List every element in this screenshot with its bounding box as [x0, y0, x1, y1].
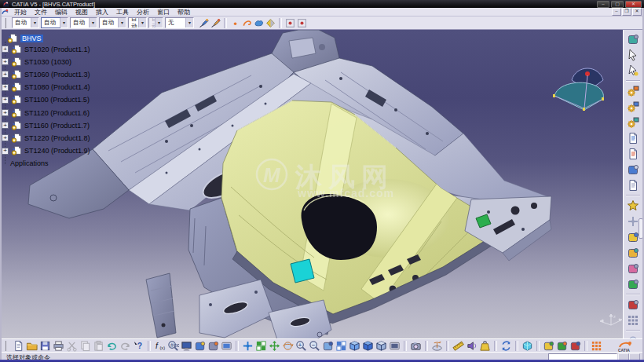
tree-item-st1080[interactable]: ST1080 (Product1.4) — [2, 82, 90, 93]
existing-component-icon[interactable] — [627, 131, 639, 145]
coincidence-constraint-icon[interactable] — [627, 214, 639, 229]
surface-icon[interactable] — [253, 17, 265, 29]
tree-item-label[interactable]: ST1100 (Product1.5) — [24, 96, 90, 104]
paint-blue-icon[interactable] — [198, 17, 210, 29]
split-view-icon[interactable] — [220, 339, 233, 353]
print-icon[interactable] — [52, 339, 65, 353]
tree-item-st1240[interactable]: ST1240 (Product1.9) — [2, 145, 90, 157]
expand-plus-icon[interactable] — [2, 58, 9, 65]
tree-item-label[interactable]: ST1120 (Product1.6) — [24, 109, 90, 117]
sectioning-icon[interactable] — [627, 313, 639, 327]
cut-icon[interactable] — [65, 339, 79, 353]
expand-plus-icon[interactable] — [2, 148, 9, 155]
mdi-minimize-button[interactable]: – — [612, 8, 621, 16]
turntable-icon[interactable] — [430, 339, 444, 353]
open-icon[interactable] — [25, 339, 38, 353]
combo-auto-1[interactable]: 自动 — [12, 17, 39, 28]
work-on-support-icon[interactable] — [590, 339, 603, 353]
toolbar-grip[interactable] — [5, 18, 9, 28]
shading-icon[interactable] — [361, 339, 375, 353]
explode-icon[interactable] — [627, 277, 639, 291]
tree-item-st1060[interactable]: ST1060 (Product1.3) — [2, 68, 90, 80]
measure-between-icon[interactable] — [452, 339, 465, 353]
selection-sets-icon[interactable] — [627, 64, 639, 78]
design-table-icon[interactable] — [180, 339, 193, 353]
new-document-icon[interactable] — [12, 339, 25, 353]
save-icon[interactable] — [38, 339, 52, 353]
title-bar[interactable]: CATIA V5 - [BHVS.CATProduct] – ▢ ✕ — [0, 0, 644, 8]
menu-analyze[interactable]: 分析 — [133, 8, 153, 16]
maximize-button[interactable]: ▢ — [611, 1, 624, 8]
measure-inertia-icon[interactable] — [478, 339, 492, 353]
knowledge-inspector-icon[interactable] — [521, 339, 534, 353]
fit-all-in-icon[interactable] — [254, 339, 268, 353]
tree-item-label[interactable]: ST1060 (Product1.3) — [24, 71, 90, 79]
pan-icon[interactable] — [268, 339, 281, 353]
smart-move-icon[interactable] — [627, 261, 639, 276]
hidden-edges-icon[interactable] — [375, 339, 388, 353]
tree-item-st1120[interactable]: ST1120 (Product1.6) — [2, 107, 90, 119]
tree-item-label[interactable]: ST1020 (Product1.1) — [24, 46, 90, 53]
tree-item-st1030[interactable]: ST1030 (1030) — [2, 56, 71, 68]
expand-plus-icon[interactable] — [2, 46, 9, 53]
render-material-icon[interactable] — [627, 32, 639, 46]
fast-multi-instantiation-icon[interactable] — [627, 178, 639, 192]
specification-tree[interactable]: BHVSST1020 (Product1.1)ST1030 (1030)ST10… — [0, 30, 149, 210]
camera-icon[interactable] — [409, 339, 423, 353]
new-product-icon[interactable] — [627, 100, 639, 114]
measure-item-icon[interactable] — [465, 339, 478, 353]
chevron-down-icon[interactable] — [60, 18, 68, 27]
formula-icon[interactable]: f(x) — [153, 339, 166, 353]
chevron-down-icon[interactable] — [155, 18, 163, 27]
tree-item-st1220[interactable]: ST1220 (Product1.8) — [2, 132, 90, 144]
curve-icon[interactable] — [241, 17, 253, 29]
expand-plus-icon[interactable] — [2, 134, 9, 141]
menu-view[interactable]: 视图 — [71, 8, 92, 16]
help-icon[interactable]: ? — [132, 339, 145, 353]
redo-icon[interactable] — [119, 339, 132, 353]
combo-auto-6[interactable]: 自动 — [148, 17, 163, 28]
paint-orange-icon[interactable] — [210, 17, 221, 29]
combo-auto-5[interactable]: 自动 — [128, 17, 147, 28]
expand-plus-icon[interactable] — [2, 122, 9, 129]
undo-icon[interactable] — [105, 339, 119, 353]
new-part-icon[interactable] — [627, 115, 639, 130]
expand-plus-icon[interactable] — [2, 97, 9, 104]
zoom-out-icon[interactable]: − — [308, 339, 321, 353]
stamp-1-icon[interactable] — [284, 17, 296, 29]
publication-icon[interactable] — [193, 339, 207, 353]
manage-representations-icon[interactable] — [627, 163, 639, 177]
tree-item-label[interactable]: ST1240 (Product1.9) — [24, 147, 90, 155]
stamp-2-icon[interactable] — [296, 17, 308, 29]
mdi-close-button[interactable]: ✕ — [632, 8, 642, 16]
iso-view-icon[interactable] — [348, 339, 361, 353]
point-icon[interactable] — [229, 17, 241, 29]
plane-icon[interactable] — [265, 17, 276, 29]
rotate-icon[interactable] — [281, 339, 295, 353]
toolbar-grip[interactable] — [5, 341, 9, 351]
menu-start[interactable]: 开始 — [10, 8, 31, 16]
chevron-down-icon[interactable] — [31, 18, 38, 27]
tree-item-label[interactable]: Applications — [10, 159, 49, 167]
manipulation-icon[interactable] — [627, 230, 639, 244]
combo-none[interactable]: 无 — [165, 17, 194, 28]
tree-item-label[interactable]: ST1030 (1030) — [24, 58, 71, 66]
paste-icon[interactable] — [92, 339, 105, 353]
expand-plus-icon[interactable] — [2, 71, 9, 78]
combo-auto-3[interactable]: 自动 — [70, 17, 97, 28]
tree-item-label[interactable]: ST1220 (Product1.8) — [24, 134, 90, 142]
zoom-in-icon[interactable]: + — [295, 339, 308, 353]
copy-icon[interactable] — [79, 339, 92, 353]
dmu-review-icon[interactable] — [569, 339, 582, 353]
expand-plus-icon[interactable] — [2, 109, 9, 116]
menu-insert[interactable]: 插入 — [92, 8, 112, 16]
new-component-icon[interactable] — [627, 84, 639, 98]
tree-item-st1020[interactable]: ST1020 (Product1.1) — [2, 43, 90, 55]
menu-window[interactable]: 窗口 — [153, 8, 174, 16]
tree-item-label[interactable]: ST1080 (Product1.4) — [24, 83, 90, 91]
update-all-icon[interactable] — [499, 339, 513, 353]
swap-visible-space-icon[interactable] — [388, 339, 401, 353]
menu-edit[interactable]: 编辑 — [51, 8, 71, 16]
existing-component-positioned-icon[interactable] — [627, 147, 639, 161]
expand-plus-icon[interactable] — [2, 84, 9, 91]
